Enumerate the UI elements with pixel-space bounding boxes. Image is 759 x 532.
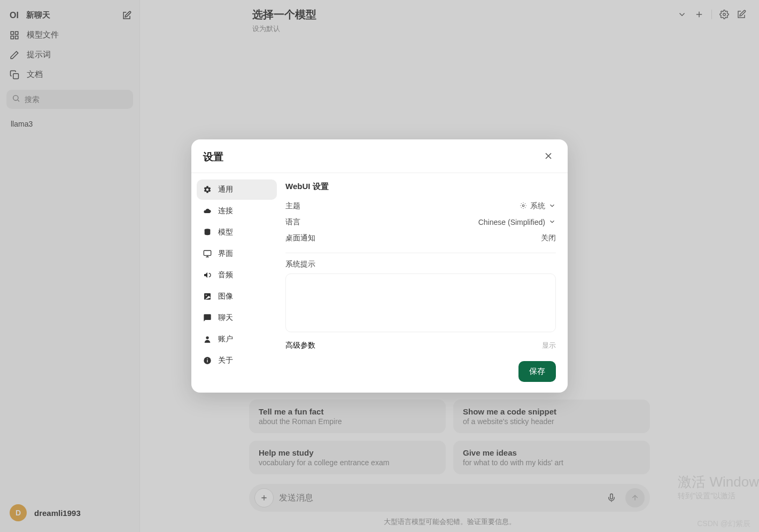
settings-tab-connections[interactable]: 连接 <box>197 201 277 221</box>
volume-icon <box>203 271 212 279</box>
advanced-params-label: 高级参数 <box>285 341 315 350</box>
section-title: WebUI 设置 <box>285 182 556 192</box>
system-prompt-input[interactable] <box>285 273 556 332</box>
svg-rect-14 <box>207 358 207 359</box>
chevron-down-icon <box>548 202 556 211</box>
info-icon <box>203 356 212 365</box>
svg-point-15 <box>522 205 524 207</box>
settings-modal: 设置 通用 连接 模型 <box>191 139 568 393</box>
settings-nav: 通用 连接 模型 界面 <box>191 173 282 393</box>
settings-tab-audio[interactable]: 音频 <box>197 265 277 285</box>
settings-tab-label: 账户 <box>218 334 233 344</box>
user-icon <box>203 335 212 343</box>
settings-tab-images[interactable]: 图像 <box>197 286 277 307</box>
settings-tab-label: 图像 <box>218 292 233 301</box>
system-prompt-label: 系统提示 <box>285 260 556 269</box>
notifications-toggle[interactable]: 关闭 <box>541 233 556 243</box>
theme-select[interactable]: 系统 <box>520 201 556 211</box>
theme-label: 主题 <box>285 201 300 211</box>
svg-point-10 <box>206 295 207 296</box>
language-value: Chinese (Simplified) <box>478 218 545 226</box>
settings-tab-account[interactable]: 账户 <box>197 329 277 349</box>
svg-rect-13 <box>207 360 207 363</box>
modal-overlay[interactable]: 设置 通用 连接 模型 <box>0 0 759 532</box>
settings-tab-interface[interactable]: 界面 <box>197 244 277 264</box>
svg-rect-8 <box>204 251 211 255</box>
notifications-label: 桌面通知 <box>285 233 315 243</box>
chat-icon <box>203 314 212 322</box>
close-icon[interactable] <box>543 151 556 163</box>
divider <box>285 253 556 253</box>
database-icon <box>203 228 212 237</box>
monitor-icon <box>203 249 212 258</box>
settings-tab-chat[interactable]: 聊天 <box>197 308 277 328</box>
chevron-down-icon <box>548 218 556 227</box>
settings-tab-models[interactable]: 模型 <box>197 222 277 242</box>
cloud-icon <box>203 207 212 215</box>
svg-point-11 <box>206 337 208 339</box>
image-icon <box>203 292 212 301</box>
settings-tab-label: 界面 <box>218 249 233 259</box>
settings-tab-label: 通用 <box>218 185 233 194</box>
settings-tab-label: 连接 <box>218 206 233 216</box>
advanced-params-show[interactable]: 显示 <box>542 341 556 350</box>
settings-tab-label: 聊天 <box>218 313 233 323</box>
modal-title: 设置 <box>203 150 223 164</box>
theme-mode-icon <box>520 202 527 211</box>
theme-value: 系统 <box>530 201 545 211</box>
settings-tab-label: 关于 <box>218 356 233 365</box>
settings-tab-about[interactable]: 关于 <box>197 350 277 371</box>
gear-icon <box>203 185 212 194</box>
language-label: 语言 <box>285 217 300 227</box>
settings-pane: WebUI 设置 主题 系统 语言 Chinese (Simplified) <box>282 173 568 393</box>
settings-tab-label: 音频 <box>218 270 233 280</box>
settings-tab-label: 模型 <box>218 228 233 237</box>
settings-tab-general[interactable]: 通用 <box>197 179 277 200</box>
save-button[interactable]: 保存 <box>518 361 556 382</box>
language-select[interactable]: Chinese (Simplified) <box>478 218 556 227</box>
